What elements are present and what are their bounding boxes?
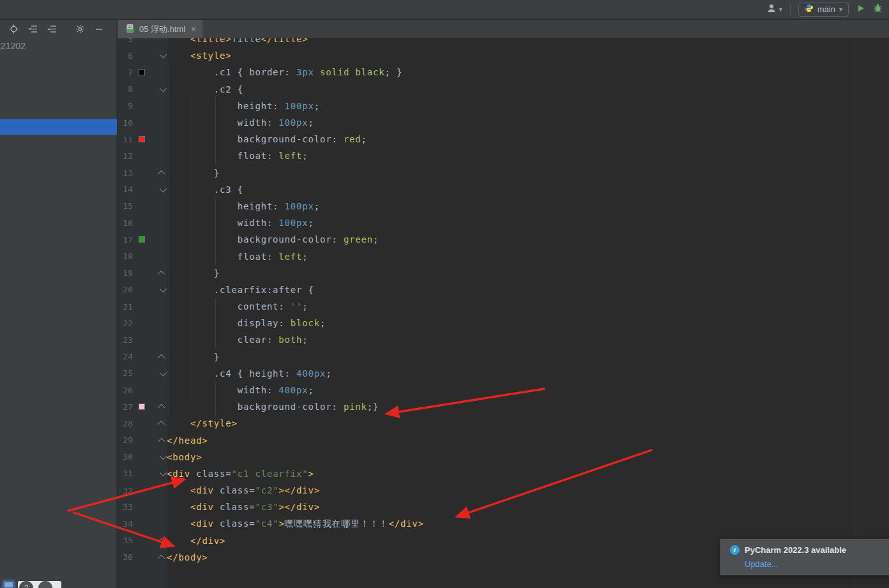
update-link[interactable]: Update... bbox=[745, 559, 883, 569]
line-number[interactable]: 33 bbox=[118, 502, 133, 512]
line-number[interactable]: 19 bbox=[118, 268, 133, 278]
line-number[interactable]: 29 bbox=[118, 435, 133, 445]
line-number[interactable]: 31 bbox=[118, 469, 133, 478]
line-number[interactable]: 28 bbox=[118, 419, 133, 428]
line-number[interactable]: 12 bbox=[118, 151, 133, 161]
code-text[interactable]: display: block; bbox=[167, 318, 326, 328]
fold-marker-up-icon[interactable] bbox=[158, 421, 165, 428]
line-number[interactable]: 18 bbox=[118, 252, 133, 261]
line-number[interactable]: 8 bbox=[118, 84, 133, 94]
code-text[interactable]: width: 100px; bbox=[167, 117, 314, 128]
line-number[interactable]: 10 bbox=[118, 118, 133, 128]
line-number[interactable]: 7 bbox=[118, 68, 133, 77]
fold-marker-down-icon[interactable] bbox=[160, 369, 167, 376]
line-number[interactable]: 11 bbox=[118, 135, 133, 144]
line-number[interactable]: 24 bbox=[118, 352, 133, 361]
line-number[interactable]: 14 bbox=[118, 185, 133, 194]
code-text[interactable]: <div class="c1 clearfix"> bbox=[167, 469, 314, 479]
fold-marker-up-icon[interactable] bbox=[158, 437, 165, 444]
line-number[interactable]: 25 bbox=[118, 368, 133, 378]
code-text[interactable]: <div class="c2"></div> bbox=[167, 485, 320, 495]
color-preview-swatch[interactable] bbox=[139, 236, 145, 243]
code-text[interactable]: </div> bbox=[167, 536, 225, 546]
fold-marker-up-icon[interactable] bbox=[158, 404, 165, 411]
code-text[interactable]: content: ''; bbox=[167, 301, 308, 312]
fold-marker-up-icon[interactable] bbox=[158, 354, 165, 361]
editor-area[interactable]: 5 <title>Title</title>6 <style>7 .c1 { b… bbox=[118, 38, 889, 588]
line-number[interactable]: 9 bbox=[118, 101, 133, 110]
code-text[interactable]: </body> bbox=[167, 552, 208, 562]
line-number[interactable]: 23 bbox=[118, 335, 133, 345]
code-text[interactable]: clear: both; bbox=[167, 335, 308, 345]
line-number[interactable]: 32 bbox=[118, 486, 133, 495]
fold-marker-down-icon[interactable] bbox=[160, 85, 167, 92]
code-text[interactable]: float: left; bbox=[167, 151, 308, 161]
code-text[interactable]: height: 100px; bbox=[167, 101, 320, 111]
code-text[interactable]: </head> bbox=[167, 435, 208, 446]
line-number[interactable]: 15 bbox=[118, 201, 133, 211]
fold-marker-down-icon[interactable] bbox=[160, 51, 167, 58]
line-number[interactable]: 17 bbox=[118, 235, 133, 245]
user-account-button[interactable]: ▾ bbox=[766, 3, 782, 16]
line-number[interactable]: 22 bbox=[118, 319, 133, 328]
code-text[interactable]: float: left; bbox=[167, 252, 308, 262]
settings-gear-icon[interactable] bbox=[75, 24, 85, 34]
line-number[interactable]: 20 bbox=[118, 285, 133, 294]
project-selected-row[interactable] bbox=[0, 119, 117, 135]
code-text[interactable]: .c4 { height: 400px; bbox=[167, 368, 331, 379]
fold-marker-down-icon[interactable] bbox=[160, 453, 167, 460]
hide-panel-icon[interactable] bbox=[95, 25, 103, 34]
line-number[interactable]: 13 bbox=[118, 168, 133, 177]
close-icon[interactable]: × bbox=[191, 24, 196, 34]
fold-marker-down-icon[interactable] bbox=[160, 185, 167, 192]
fold-marker-up-icon[interactable] bbox=[158, 555, 165, 562]
run-button[interactable] bbox=[856, 4, 865, 15]
code-text[interactable]: <title>Title</title> bbox=[167, 38, 308, 44]
code-line: 5 <title>Title</title> bbox=[118, 38, 889, 47]
line-number[interactable]: 5 bbox=[118, 38, 133, 44]
line-number[interactable]: 35 bbox=[118, 536, 133, 545]
code-text[interactable]: } bbox=[167, 352, 220, 362]
code-text[interactable]: width: 400px; bbox=[167, 385, 314, 395]
code-text[interactable]: background-color: red; bbox=[167, 134, 367, 144]
code-text[interactable]: .c1 { border: 3px solid black; } bbox=[167, 67, 402, 77]
code-text[interactable]: background-color: pink;} bbox=[167, 402, 379, 412]
line-number[interactable]: 26 bbox=[118, 386, 133, 395]
fold-marker-down-icon[interactable] bbox=[160, 285, 167, 292]
taskbar-monitor-icon-fragment[interactable] bbox=[3, 580, 15, 588]
tab-05-float-html[interactable]: 05 浮动.html × bbox=[118, 20, 202, 38]
code-text[interactable]: <style> bbox=[167, 50, 232, 61]
line-number[interactable]: 21 bbox=[118, 302, 133, 312]
code-text[interactable]: .c3 { bbox=[167, 185, 243, 195]
line-number[interactable]: 6 bbox=[118, 51, 133, 61]
code-text[interactable]: .c2 { bbox=[167, 84, 243, 94]
line-number[interactable]: 27 bbox=[118, 402, 133, 412]
code-text[interactable]: background-color: green; bbox=[167, 234, 379, 245]
debug-button[interactable] bbox=[873, 3, 883, 15]
fold-marker-up-icon[interactable] bbox=[158, 170, 165, 177]
line-number[interactable]: 34 bbox=[118, 519, 133, 529]
code-text[interactable]: height: 100px; bbox=[167, 201, 320, 211]
code-text[interactable]: } bbox=[167, 168, 220, 178]
code-text[interactable]: <div class="c3"></div> bbox=[167, 502, 320, 512]
color-preview-swatch[interactable] bbox=[139, 69, 145, 75]
line-number[interactable]: 36 bbox=[118, 552, 133, 562]
code-text[interactable]: <body> bbox=[167, 452, 202, 462]
locate-file-icon[interactable] bbox=[9, 24, 19, 34]
collapse-all-icon[interactable] bbox=[47, 24, 57, 34]
code-text[interactable]: width: 100px; bbox=[167, 218, 314, 228]
fold-marker-up-icon[interactable] bbox=[158, 270, 165, 277]
code-text[interactable]: } bbox=[167, 268, 220, 278]
code-text[interactable]: <div class="c4">嘿嘿嘿猜我在哪里！！！</div> bbox=[167, 518, 424, 530]
expand-all-icon[interactable] bbox=[28, 24, 38, 34]
line-number[interactable]: 16 bbox=[118, 218, 133, 228]
color-preview-swatch[interactable] bbox=[139, 136, 145, 142]
color-preview-swatch[interactable] bbox=[139, 403, 145, 410]
code-text[interactable]: .clearfix:after { bbox=[167, 285, 314, 295]
notification-balloon[interactable]: i PyCharm 2022.3 available Update... bbox=[720, 539, 889, 575]
run-config-selector[interactable]: main ▾ bbox=[798, 3, 849, 17]
fold-marker-down-icon[interactable] bbox=[160, 469, 167, 476]
line-number[interactable]: 30 bbox=[118, 452, 133, 462]
fold-marker-up-icon[interactable] bbox=[158, 538, 165, 545]
code-text[interactable]: </style> bbox=[167, 418, 238, 428]
